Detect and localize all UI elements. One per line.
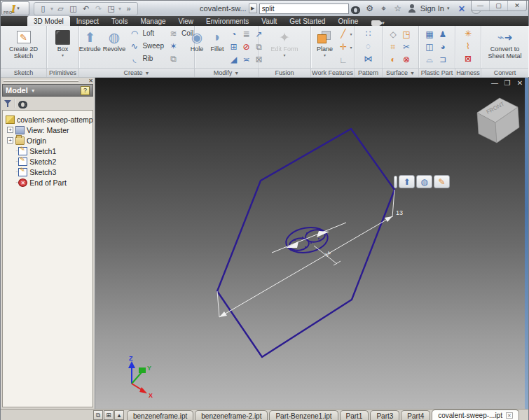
view-cube[interactable]: FRONT xyxy=(477,98,519,143)
search-input[interactable] xyxy=(259,4,349,14)
ucs-icon[interactable]: ∟ xyxy=(337,55,349,66)
revolve-button[interactable]: ◍ Revolve xyxy=(102,27,127,53)
extrude-button[interactable]: ⬆ Extrude xyxy=(78,27,102,53)
delete-surface-icon[interactable]: ⊗ xyxy=(401,53,413,65)
loft-button[interactable]: ◠Loft xyxy=(127,27,165,39)
communication-center-icon[interactable]: ⌖ xyxy=(377,3,391,14)
filter-icon[interactable] xyxy=(4,100,12,107)
chevron-down-icon[interactable]: ▾ xyxy=(350,31,352,36)
point-icon[interactable]: ✛ xyxy=(337,41,349,53)
draft-icon[interactable]: ◢ xyxy=(228,53,240,65)
chevron-down-icon[interactable]: ▾ xyxy=(350,45,352,50)
chevron-down-icon[interactable]: ▾ xyxy=(447,6,450,11)
tree-item-sketch1[interactable]: ·· Sketch1 xyxy=(15,146,91,156)
model-viewport[interactable]: 13 14 xyxy=(95,78,528,409)
derive-button[interactable]: ⧉ xyxy=(166,52,195,64)
thicken-surface-icon[interactable]: ◇ xyxy=(387,28,399,40)
user-icon[interactable] xyxy=(405,3,419,14)
panel-dropdown-icon[interactable]: ▼ xyxy=(234,71,239,76)
panel-drag-handle[interactable] xyxy=(4,80,78,82)
toolbar-overflow-button[interactable]: » xyxy=(123,3,135,14)
tab-environments[interactable]: Environments xyxy=(200,16,255,26)
application-menu-button[interactable]: I ▾ PRO xyxy=(1,1,29,15)
create-sketch-quick-button[interactable]: ✎ xyxy=(434,175,450,188)
export-button[interactable]: ◳ xyxy=(105,3,117,14)
convert-to-sheet-metal-button[interactable]: ⌁➜ Convert to Sheet Metal xyxy=(483,27,527,60)
tab-get-started[interactable]: Get Started xyxy=(283,16,331,26)
tab-tools[interactable]: Tools xyxy=(105,16,134,26)
circle-profile-sketch[interactable] xyxy=(284,225,329,256)
hole-button[interactable]: ◉ Hole xyxy=(187,27,207,53)
exchange-apps-icon[interactable]: ✕ xyxy=(458,4,465,14)
open-file-button[interactable]: ▱ xyxy=(55,3,67,14)
boss-icon[interactable]: ♟ xyxy=(437,28,449,40)
tab-vault[interactable]: Vault xyxy=(255,16,283,26)
doc-tab-benzeneframe[interactable]: benzeneframe.ipt xyxy=(127,410,193,420)
panel-close-icon[interactable]: ✕ xyxy=(88,78,93,84)
tab-close-icon[interactable]: ✕ xyxy=(506,412,513,419)
undo-button[interactable]: ↶ xyxy=(80,3,92,14)
doc-tab-part1[interactable]: Part1 xyxy=(340,410,369,420)
route-icon[interactable]: ✳ xyxy=(462,27,474,39)
sweep-path-line[interactable] xyxy=(219,216,392,317)
doc-minimize-icon[interactable]: — xyxy=(490,79,499,87)
lip-icon[interactable]: ⊐ xyxy=(437,53,449,65)
extrude-quick-button[interactable]: ⬆ xyxy=(399,175,415,188)
tile-windows-icon[interactable]: ⊞ xyxy=(104,410,114,420)
snap-fit-icon[interactable]: ◫ xyxy=(424,41,436,52)
boundary-patch-icon[interactable]: ◳ xyxy=(401,28,413,40)
chevron-down-icon[interactable]: ▾ xyxy=(118,6,121,12)
sign-in-button[interactable]: Sign In xyxy=(420,4,444,13)
cascade-windows-icon[interactable]: ⧉ xyxy=(93,410,103,420)
tab-inspect[interactable]: Inspect xyxy=(70,16,105,26)
box-button[interactable]: ⬛ Box ▾ xyxy=(48,27,77,58)
thread-icon[interactable]: ≣ xyxy=(240,28,252,40)
chevron-down-icon[interactable]: ▾ xyxy=(50,6,53,12)
expand-plus-icon[interactable]: + xyxy=(7,137,13,144)
create-2d-sketch-button[interactable]: ✎ Create 2D Sketch xyxy=(7,27,41,60)
doc-tab-part4[interactable]: Part4 xyxy=(401,410,430,420)
rectangular-pattern-icon[interactable]: ∷ xyxy=(362,27,374,39)
restore-button[interactable]: ▢ xyxy=(490,1,508,10)
tree-item-sketch3[interactable]: ·· Sketch3 xyxy=(15,167,91,177)
circular-pattern-icon[interactable]: ◌ xyxy=(362,40,374,52)
sculpt-icon[interactable]: ◐ xyxy=(387,53,399,65)
combine-icon[interactable]: ⊞ xyxy=(228,41,240,52)
tree-item-origin[interactable]: + Origin xyxy=(7,135,91,146)
rest-icon[interactable]: ⌓ xyxy=(424,53,436,65)
browser-header[interactable]: Model ▼ ? xyxy=(2,84,93,97)
panel-dropdown-icon[interactable]: ▼ xyxy=(145,71,150,76)
shell-icon[interactable]: ◔ xyxy=(228,28,240,40)
expand-tabbar-icon[interactable]: ▴ xyxy=(114,410,124,420)
new-file-button[interactable]: ▯ xyxy=(37,3,49,14)
tab-online[interactable]: Online xyxy=(331,16,364,26)
tree-item-view-master[interactable]: + View: Master xyxy=(7,125,91,135)
grill-icon[interactable]: ▦ xyxy=(424,28,436,40)
tab-view[interactable]: View xyxy=(172,16,200,26)
find-icon[interactable] xyxy=(18,100,27,106)
screencast-video-icon[interactable]: ▾ xyxy=(371,20,385,26)
tab-manage[interactable]: Manage xyxy=(134,16,172,26)
fillet-button[interactable]: ◗ Fillet xyxy=(207,27,227,53)
doc-tab-covalent-sweep[interactable]: covalent-sweep-...ipt✕ xyxy=(432,410,519,420)
mirror-icon[interactable]: ⋈ xyxy=(362,52,374,64)
axis-icon[interactable]: ╱ xyxy=(337,28,349,40)
panel-dropdown-icon[interactable]: ▼ xyxy=(410,71,415,76)
doc-tab-benzeneframe-2[interactable]: benzeneframe-2.ipt xyxy=(195,410,268,420)
edit-form-button[interactable]: ✦ Edit Form ▾ xyxy=(269,27,300,58)
revolve-quick-button[interactable]: ◍ xyxy=(416,175,432,188)
tree-item-end-of-part[interactable]: ·· ✕ End of Part xyxy=(15,177,91,188)
rib-button[interactable]: ◟Rib xyxy=(127,52,165,64)
expand-plus-icon[interactable]: + xyxy=(7,127,13,133)
tree-item-sketch2[interactable]: ·· Sketch2 xyxy=(15,156,91,167)
doc-tab-part-benzene1[interactable]: Part-Benzene1.ipt xyxy=(269,410,338,420)
tab-3d-model[interactable]: 3D Model xyxy=(27,16,70,26)
thicken-offset-icon[interactable]: ≍ xyxy=(240,53,252,65)
options-wrench-icon[interactable]: ⚙ xyxy=(363,3,377,14)
tree-item-root[interactable]: covalent-sweep-attempt.ipt xyxy=(6,114,91,125)
redo-button[interactable]: ↷ xyxy=(92,3,104,14)
delete-route-icon[interactable]: ⊠ xyxy=(462,52,474,64)
title-expand-icon[interactable]: ▶ xyxy=(249,4,257,13)
close-button[interactable]: ✕ xyxy=(508,1,526,10)
hexagon-sketch[interactable] xyxy=(217,129,394,357)
